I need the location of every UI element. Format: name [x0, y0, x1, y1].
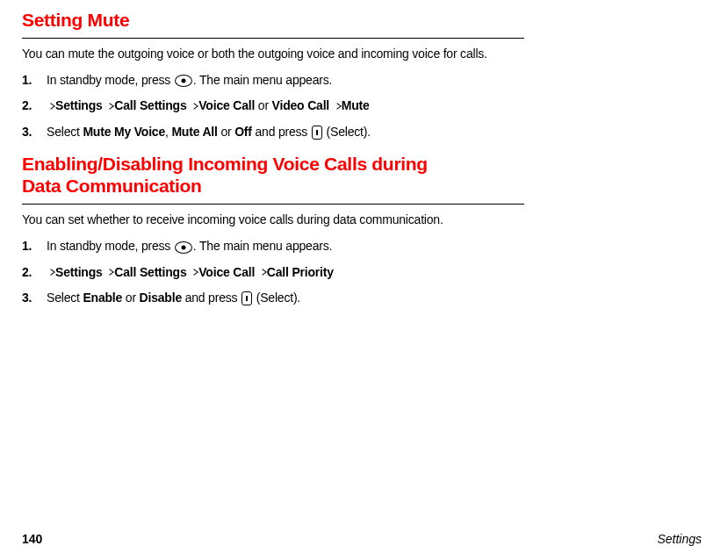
step-2: 2. Settings Call Settings Voice Call or … [22, 97, 524, 114]
step-list-2: 1. In standby mode, press . The main men… [22, 237, 524, 306]
center-button-icon [175, 241, 192, 254]
step-1: 1. In standby mode, press . The main men… [22, 237, 524, 255]
softkey-icon [241, 291, 252, 305]
heading-setting-mute: Setting Mute [22, 9, 702, 31]
step-content: Select Enable or Disable and press (Sele… [47, 289, 524, 306]
step-number: 1. [22, 71, 47, 89]
step-3: 3. Select Enable or Disable and press (S… [22, 289, 524, 306]
chevron-right-icon [106, 269, 115, 276]
center-button-icon [175, 75, 192, 87]
option-mute-my-voice: Mute My Voice [83, 125, 165, 139]
heading-enabling-disabling: Enabling/Disabling Incoming Voice Calls … [22, 153, 702, 197]
text: Select [47, 291, 83, 305]
divider [22, 204, 524, 205]
step-content: In standby mode, press . The main menu a… [47, 71, 524, 89]
text: In standby mode, press [47, 73, 174, 87]
step-content: In standby mode, press . The main menu a… [47, 237, 524, 255]
step-2: 2. Settings Call Settings Voice Call Cal… [22, 263, 524, 281]
intro-text: You can set whether to receive incoming … [22, 212, 523, 228]
option-disable: Disable [140, 291, 182, 305]
text: . The main menu appears. [193, 239, 332, 253]
chevron-right-icon [47, 104, 55, 110]
chevron-right-icon [333, 104, 342, 110]
page-number: 140 [22, 532, 42, 546]
text: Select [47, 125, 83, 139]
step-number: 3. [22, 289, 47, 306]
nav-call-priority: Call Priority [267, 265, 334, 279]
text: and press [182, 291, 241, 305]
nav-call-settings: Call Settings [114, 265, 186, 279]
option-off: Off [234, 125, 252, 139]
heading-line2: Data Communication [22, 176, 202, 196]
text: and press [252, 125, 311, 139]
page-footer: 140 Settings [22, 532, 702, 546]
nav-settings: Settings [55, 98, 103, 112]
step-list-1: 1. In standby mode, press . The main men… [22, 71, 524, 140]
text: . The main menu appears. [193, 73, 332, 87]
step-number: 2. [22, 97, 47, 114]
nav-voice-call: Voice Call [198, 265, 255, 279]
nav-voice-call: Voice Call [198, 98, 255, 112]
step-3: 3. Select Mute My Voice, Mute All or Off… [22, 123, 524, 140]
step-content: Select Mute My Voice, Mute All or Off an… [47, 123, 524, 140]
nav-mute: Mute [342, 98, 370, 112]
footer-label: Settings [657, 532, 702, 546]
chevron-right-icon [190, 269, 198, 276]
option-enable: Enable [83, 291, 122, 305]
step-number: 2. [22, 263, 47, 281]
nav-call-settings: Call Settings [114, 98, 186, 112]
nav-settings: Settings [55, 265, 103, 279]
heading-line1: Enabling/Disabling Incoming Voice Calls … [22, 154, 428, 174]
step-content: Settings Call Settings Voice Call Call P… [47, 263, 524, 281]
step-number: 1. [22, 237, 47, 255]
text-or: or [255, 98, 271, 112]
chevron-right-icon [106, 104, 115, 110]
divider [22, 38, 524, 39]
section-setting-mute: Setting Mute You can mute the outgoing v… [22, 9, 702, 140]
chevron-right-icon [190, 104, 198, 110]
section-enabling-disabling: Enabling/Disabling Incoming Voice Calls … [22, 153, 702, 306]
softkey-icon [312, 126, 322, 140]
text: (Select). [253, 291, 300, 305]
intro-text: You can mute the outgoing voice or both … [22, 46, 523, 62]
nav-video-call: Video Call [272, 98, 329, 112]
step-content: Settings Call Settings Voice Call or Vid… [47, 97, 524, 114]
step-number: 3. [22, 123, 47, 140]
text: (Select). [323, 125, 371, 139]
chevron-right-icon [47, 269, 55, 276]
text-or: or [122, 291, 139, 305]
step-1: 1. In standby mode, press . The main men… [22, 71, 524, 89]
text: In standby mode, press [47, 239, 174, 253]
option-mute-all: Mute All [171, 125, 217, 139]
text-or: or [218, 125, 234, 139]
chevron-right-icon [258, 269, 267, 276]
